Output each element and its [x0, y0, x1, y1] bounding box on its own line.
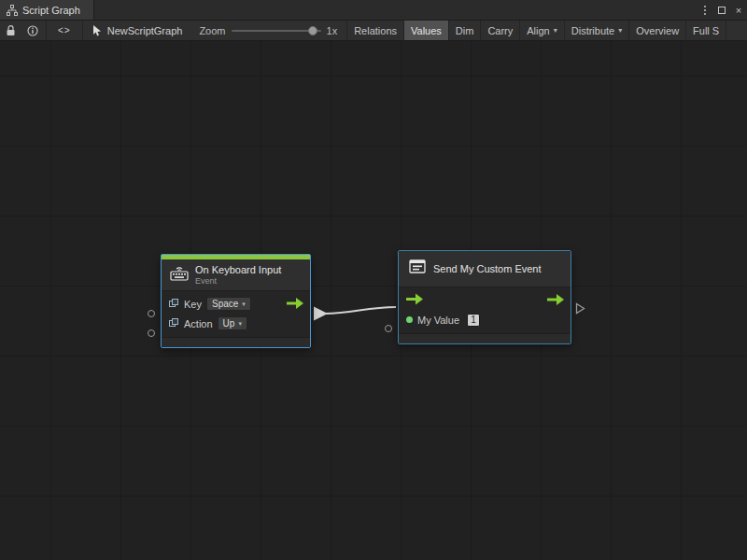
port-row-key: Key Space ▾	[162, 294, 310, 314]
zoom-label: Zoom	[199, 25, 225, 36]
value-port-dot[interactable]	[406, 316, 413, 323]
wire-layer	[0, 41, 747, 560]
toolbar-button-values[interactable]: Values	[404, 21, 449, 40]
node-header[interactable]: On Keyboard Input Event	[162, 259, 310, 291]
zoom-slider-knob[interactable]	[308, 26, 317, 35]
window-close-button[interactable]: ×	[730, 0, 747, 20]
flow-arrow-icon	[287, 297, 303, 309]
custom-event-icon	[408, 259, 427, 279]
toolbar-separator	[46, 21, 47, 40]
node-body: Key Space ▾	[162, 291, 310, 335]
tab-bar-spacer	[94, 0, 697, 20]
node-title: Send My Custom Event	[433, 263, 542, 274]
external-input-port-key[interactable]	[148, 310, 155, 317]
tab-title: Script Graph	[22, 5, 80, 16]
window-menu-button[interactable]	[697, 0, 713, 20]
toolbar-button-relations[interactable]: Relations	[347, 21, 404, 40]
script-graph-icon	[7, 5, 18, 16]
node-body: My Value 1	[399, 287, 571, 331]
close-icon: ×	[736, 5, 741, 16]
kebab-menu-icon	[704, 6, 706, 15]
info-button[interactable]	[21, 21, 44, 40]
flow-arrow-icon	[547, 293, 564, 305]
window-maximize-button[interactable]	[713, 0, 730, 20]
port-label-my-value: My Value	[417, 315, 459, 326]
info-icon	[27, 25, 38, 36]
code-view-button[interactable]: <>	[49, 21, 80, 40]
node-header[interactable]: Send My Custom Event	[399, 251, 571, 287]
toolbar-toggle-group: Relations Values Dim Carry Align ▾ Distr…	[346, 21, 726, 40]
toolbar-separator	[82, 21, 83, 40]
graph-canvas[interactable]: On Keyboard Input Event Key Space ▾	[0, 41, 747, 560]
toolbar-button-overview[interactable]: Overview	[629, 21, 686, 40]
object-port-icon	[169, 318, 179, 329]
toolbar-button-align[interactable]: Align ▾	[520, 21, 564, 40]
connection-wire[interactable]	[325, 307, 396, 314]
graph-reference[interactable]: NewScriptGraph	[85, 21, 192, 40]
maximize-icon	[718, 7, 726, 14]
node-footer	[162, 337, 310, 347]
toolbar-button-distribute[interactable]: Distribute ▾	[565, 21, 629, 40]
node-send-my-custom-event[interactable]: Send My Custom Event	[398, 250, 571, 344]
node-footer	[399, 333, 571, 343]
external-input-port-action[interactable]	[148, 329, 155, 337]
node-on-keyboard-input[interactable]: On Keyboard Input Event Key Space ▾	[161, 254, 311, 348]
tab-script-graph[interactable]: Script Graph	[0, 0, 94, 20]
lock-icon	[6, 25, 16, 36]
dropdown-caret-icon: ▾	[238, 320, 242, 328]
external-input-port-my-value[interactable]	[385, 325, 392, 332]
graph-name-label: NewScriptGraph	[107, 25, 183, 36]
toolbar-button-fullscreen[interactable]: Full S	[686, 21, 726, 40]
script-graph-window: Script Graph × <>	[0, 0, 747, 560]
node-title: On Keyboard Input	[195, 264, 281, 275]
dropdown-caret-icon: ▾	[554, 26, 557, 35]
port-row-action: Action Up ▾	[162, 314, 310, 333]
flow-output-port[interactable]	[287, 297, 303, 311]
node-subtitle: Event	[195, 276, 281, 286]
dropdown-caret-icon: ▾	[618, 26, 622, 35]
connection-wire-arrow[interactable]	[314, 307, 328, 321]
action-dropdown[interactable]: Up ▾	[218, 316, 247, 330]
port-label-action: Action	[184, 318, 213, 329]
toolbar-button-carry[interactable]: Carry	[481, 21, 520, 40]
external-output-port[interactable]	[575, 301, 585, 318]
zoom-slider[interactable]	[232, 25, 321, 36]
dropdown-caret-icon: ▾	[242, 301, 246, 308]
window-tab-bar: Script Graph ×	[0, 0, 747, 21]
port-row-flow	[399, 290, 571, 310]
toolbar-button-dim[interactable]: Dim	[449, 21, 482, 40]
lock-button[interactable]	[0, 21, 21, 40]
code-icon: <>	[58, 25, 71, 35]
port-label-key: Key	[184, 299, 202, 310]
key-dropdown[interactable]: Space ▾	[206, 297, 251, 311]
zoom-value: 1x	[327, 25, 338, 36]
my-value-input[interactable]: 1	[467, 314, 480, 327]
graph-cursor-icon	[92, 25, 103, 36]
zoom-control: Zoom 1x	[191, 21, 345, 40]
port-row-my-value: My Value 1	[399, 310, 571, 329]
keyboard-icon	[170, 266, 189, 285]
flow-arrow-icon	[406, 293, 423, 305]
flow-output-port[interactable]	[547, 293, 564, 307]
graph-toolbar: <> NewScriptGraph Zoom 1x Relations Valu…	[0, 21, 747, 41]
flow-input-port[interactable]	[406, 293, 423, 307]
node-header-titles: On Keyboard Input Event	[195, 264, 281, 286]
object-port-icon	[169, 299, 179, 309]
